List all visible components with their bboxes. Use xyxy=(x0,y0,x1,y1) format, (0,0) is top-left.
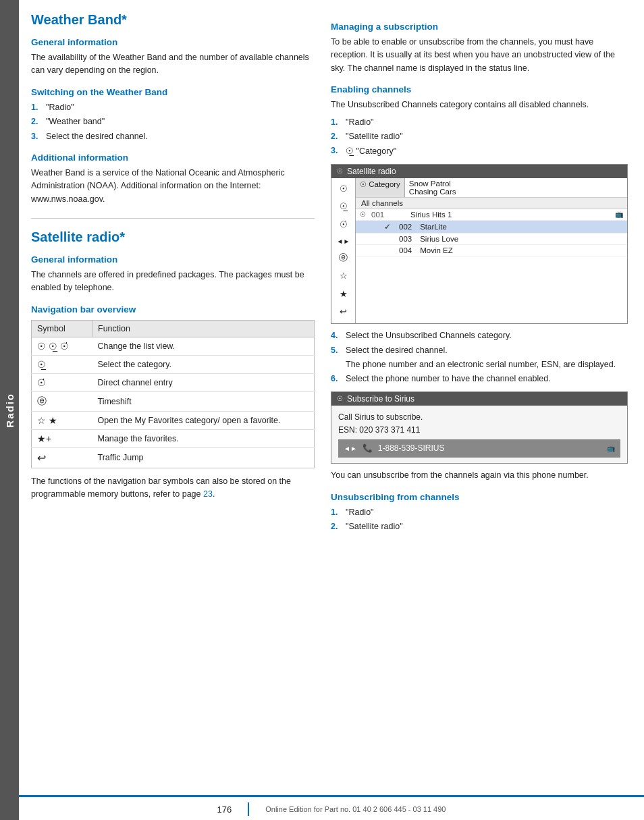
header-icon: ☉ xyxy=(337,395,343,402)
phone-number: 1-888-539-SIRIUS xyxy=(378,442,445,455)
switching-list: 1."Radio" 2."Weather band" 3.Select the … xyxy=(31,101,315,143)
nav-bar-heading: Navigation bar overview xyxy=(31,304,315,315)
channel-name: Movin EZ xyxy=(420,246,453,254)
subscribe-line1: Call Sirius to subscribe. xyxy=(338,411,620,424)
additional-text: Weather Band is a service of the Nationa… xyxy=(31,167,315,206)
sidebar-icon-1: ☉ xyxy=(331,180,355,198)
page-link[interactable]: 23 xyxy=(203,489,213,499)
additional-heading: Additional information xyxy=(31,153,315,163)
footer-divider xyxy=(248,802,249,816)
symbol-cell: ☉ ☉̲ ☉̇ xyxy=(32,337,92,355)
sat-general-text: The channels are offered in predefined p… xyxy=(31,269,315,295)
list-item: 3.☉̲ "Category" xyxy=(331,144,628,158)
category-label: ☉ Category xyxy=(356,178,405,197)
enabling-list: 1."Radio" 2."Satellite radio" 3.☉̲ "Cate… xyxy=(331,116,628,159)
symbol-cell: ☆ ★ xyxy=(32,411,92,429)
mockup-main: ☉ Category Snow PatrolChasing Cars All c… xyxy=(356,178,627,324)
list-item: 2."Weather band" xyxy=(31,115,315,128)
nav-bar-table: Symbol Function ☉ ☉̲ ☉̇ Change the list … xyxy=(31,320,315,468)
channel-row: ☉ 001 Sirius Hits 1 📺 xyxy=(356,209,627,221)
phone-icon: 📞 xyxy=(363,442,373,455)
list-item: 2."Satellite radio" xyxy=(331,520,628,533)
page-footer: 176 Online Edition for Part no. 01 40 2 … xyxy=(19,795,644,820)
category-row: ☉ Category Snow PatrolChasing Cars xyxy=(356,178,627,198)
subscribe-mockup: ☉ Subscribe to Sirius Call Sirius to sub… xyxy=(331,391,628,464)
nav-table-col1: Symbol xyxy=(32,320,92,337)
symbol-cell: ☉̲ xyxy=(32,355,92,373)
mockup-sidebar: ☉ ☉̲ ☉̇ ◄► ⓔ ☆ ★ ↩ xyxy=(331,178,356,324)
subscribe-phone-row: ◄► 📞 1-888-539-SIRIUS 📺 xyxy=(338,439,620,458)
weather-general-heading: General information xyxy=(31,37,315,47)
list-item: 3.Select the desired channel. xyxy=(31,130,315,143)
sidebar-icon-star1: ☆ xyxy=(331,267,355,285)
status-icon: ☉ xyxy=(360,211,366,218)
table-row: ↩ Traffic Jump xyxy=(32,447,315,468)
section-divider xyxy=(31,218,315,219)
main-content: Weather Band* General information The av… xyxy=(19,0,644,795)
channel-row: 003 Sirius Love xyxy=(356,234,627,245)
symbol-cell: ☉̇ xyxy=(32,373,92,391)
left-column: Weather Band* General information The av… xyxy=(31,12,315,782)
enabling-heading: Enabling channels xyxy=(331,84,628,94)
subscribe-body: Call Sirius to subscribe. ESN: 020 373 3… xyxy=(331,406,627,464)
side-tab-label: Radio xyxy=(4,393,16,428)
channel-name: StarLite xyxy=(420,223,447,231)
right-column: Managing a subscription To be able to en… xyxy=(331,12,628,782)
subscribe-line2: ESN: 020 373 371 411 xyxy=(338,424,620,437)
all-channels-row: All channels xyxy=(356,198,627,209)
nav-footnote: The functions of the navigation bar symb… xyxy=(31,475,315,501)
hd-icon: 📺 xyxy=(615,211,623,218)
channel-row: ✓ 002 StarLite xyxy=(356,221,627,234)
steps-after-list: 4. Select the Unsubscribed Channels cate… xyxy=(331,329,628,386)
table-row: ☉̲ Select the category. xyxy=(32,355,315,373)
subscribe-title: Subscribe to Sirius xyxy=(347,394,414,404)
category-options: Snow PatrolChasing Cars xyxy=(405,178,460,197)
enabling-intro: The Unsubscribed Channels category conta… xyxy=(331,99,628,111)
sidebar-icon-3: ☉̇ xyxy=(331,216,355,234)
list-item: 1."Radio" xyxy=(331,116,628,129)
function-cell: Select the category. xyxy=(92,355,315,373)
table-row: ☉ ☉̲ ☉̇ Change the list view. xyxy=(32,337,315,355)
mockup-body: ☉ ☉̲ ☉̇ ◄► ⓔ ☆ ★ ↩ xyxy=(331,178,627,324)
mockup-header: ☉ Satellite radio xyxy=(331,165,627,178)
list-item: 5. Select the desired channel. The phone… xyxy=(331,344,628,372)
channel-num: 001 xyxy=(371,211,390,219)
channel-name: Sirius Hits 1 xyxy=(410,211,452,219)
channel-row: 004 Movin EZ xyxy=(356,245,627,256)
managing-heading: Managing a subscription xyxy=(331,22,628,32)
table-row: ⓔ Timeshift xyxy=(32,391,315,411)
table-row: ★+ Manage the favorites. xyxy=(32,429,315,447)
managing-text: To be able to enable or unsubscribe from… xyxy=(331,36,628,75)
symbol-cell: ⓔ xyxy=(32,391,92,411)
sidebar-icon-traffic: ↩ xyxy=(331,303,355,321)
table-row: ☉̇ Direct channel entry xyxy=(32,373,315,391)
function-cell: Direct channel entry xyxy=(92,373,315,391)
sidebar-icon-arrows: ◄► xyxy=(331,234,355,249)
page-wrapper: Radio Weather Band* General information … xyxy=(0,0,644,820)
after-subscribe-text: You can unsubscribe from the channels ag… xyxy=(331,469,628,482)
function-cell: Open the My Favorites category/ open a f… xyxy=(92,411,315,429)
side-tab: Radio xyxy=(0,0,19,820)
list-item: 1."Radio" xyxy=(31,101,315,114)
function-cell: Change the list view. xyxy=(92,337,315,355)
channel-num-2: 002 xyxy=(399,223,412,231)
weather-general-text: The availability of the Weather Band and… xyxy=(31,51,315,78)
sat-general-heading: General information xyxy=(31,254,315,265)
tv-icon: 📺 xyxy=(607,443,615,454)
satellite-ui-mockup: ☉ Satellite radio ☉ ☉̲ ☉̇ ◄► ⓔ ☆ ★ xyxy=(331,164,628,325)
unsubscribing-heading: Unsubscribing from channels xyxy=(331,492,628,502)
symbol-cell: ★+ xyxy=(32,429,92,447)
sidebar-icon-star2: ★ xyxy=(331,285,355,304)
footer-text: Online Edition for Part no. 01 40 2 606 … xyxy=(265,805,446,813)
channel-check: ✓ xyxy=(384,222,394,231)
channel-num-4: 004 xyxy=(399,246,412,254)
nav-table-col2: Function xyxy=(92,320,315,337)
channel-name: Sirius Love xyxy=(420,235,458,243)
weather-band-title: Weather Band* xyxy=(31,12,315,28)
nav-arrows: ◄► xyxy=(344,443,357,454)
satellite-radio-title: Satellite radio* xyxy=(31,229,315,245)
table-row: ☆ ★ Open the My Favorites category/ open… xyxy=(32,411,315,429)
list-item: 2."Satellite radio" xyxy=(331,130,628,143)
symbol-cell: ↩ xyxy=(32,447,92,468)
unsubscribing-list: 1."Radio" 2."Satellite radio" xyxy=(331,506,628,534)
